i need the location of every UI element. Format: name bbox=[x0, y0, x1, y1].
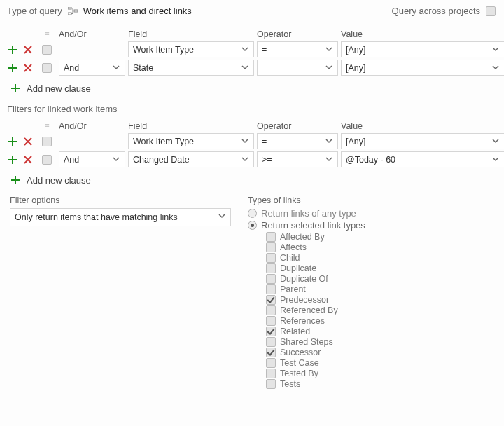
linked-filter-header: ≡ And/Or Field Operator Value bbox=[7, 121, 496, 131]
col-field: Field bbox=[128, 121, 254, 131]
row-select-checkbox[interactable] bbox=[42, 155, 52, 165]
cross-projects-checkbox[interactable] bbox=[486, 6, 496, 16]
link-type-label: Tested By bbox=[280, 369, 318, 378]
link-type-checkbox[interactable] bbox=[266, 284, 276, 294]
value-select[interactable]: [Any] bbox=[341, 60, 504, 76]
reorder-icon: ≡ bbox=[38, 121, 56, 131]
col-field: Field bbox=[128, 29, 254, 39]
link-type-checkbox[interactable] bbox=[266, 379, 276, 389]
link-type-row[interactable]: Successor bbox=[266, 348, 493, 357]
link-type-row[interactable]: Duplicate bbox=[266, 263, 493, 273]
col-value: Value bbox=[341, 121, 504, 131]
link-type-label: Successor bbox=[280, 348, 321, 357]
radio-any-type[interactable]: Return links of any type bbox=[248, 208, 493, 219]
row-select-checkbox[interactable] bbox=[42, 45, 52, 55]
query-header: Type of query Work items and direct link… bbox=[7, 6, 496, 22]
radio-any-label: Return links of any type bbox=[261, 208, 356, 219]
add-clause-linked[interactable]: Add new clause bbox=[10, 174, 496, 186]
svg-rect-0 bbox=[68, 7, 71, 9]
link-type-checkbox[interactable] bbox=[266, 263, 276, 273]
value-select[interactable]: @Today - 60 bbox=[341, 151, 504, 167]
value-select[interactable]: [Any] bbox=[341, 41, 504, 57]
link-type-checkbox[interactable] bbox=[266, 305, 276, 315]
linked-filter-row: Work Item Type=[Any] bbox=[7, 133, 496, 149]
link-type-row[interactable]: Referenced By bbox=[266, 305, 493, 315]
chevron-down-icon bbox=[491, 45, 501, 55]
link-type-row[interactable]: Tested By bbox=[266, 369, 493, 378]
link-type-row[interactable]: Affects bbox=[266, 242, 493, 252]
remove-clause-button[interactable] bbox=[22, 62, 34, 74]
col-andor: And/Or bbox=[59, 121, 125, 131]
link-type-label: Duplicate bbox=[280, 263, 316, 273]
link-type-row[interactable]: Shared Steps bbox=[266, 337, 493, 347]
linked-section-title: Filters for linked work items bbox=[7, 104, 496, 114]
main-filter-row: Work Item Type=[Any] bbox=[7, 41, 496, 57]
insert-clause-button[interactable] bbox=[7, 62, 18, 74]
insert-clause-button[interactable] bbox=[7, 154, 18, 165]
operator-select[interactable]: >= bbox=[257, 151, 338, 167]
link-type-checkbox[interactable] bbox=[266, 348, 276, 357]
link-type-checkbox[interactable] bbox=[266, 253, 276, 263]
link-type-checkbox[interactable] bbox=[266, 369, 276, 378]
link-type-label: Affects bbox=[280, 242, 307, 252]
chevron-down-icon bbox=[112, 63, 122, 73]
col-value: Value bbox=[341, 29, 504, 39]
radio-icon bbox=[248, 221, 257, 230]
row-select-checkbox[interactable] bbox=[42, 63, 52, 73]
field-select[interactable]: Work Item Type bbox=[128, 133, 254, 149]
link-type-row[interactable]: References bbox=[266, 316, 493, 326]
link-type-row[interactable]: Parent bbox=[266, 284, 493, 294]
add-clause-label: Add new clause bbox=[27, 175, 91, 186]
reorder-icon: ≡ bbox=[38, 29, 56, 39]
link-type-label: Related bbox=[280, 327, 310, 336]
add-clause-label: Add new clause bbox=[27, 83, 91, 94]
link-type-checkbox[interactable] bbox=[266, 295, 276, 305]
link-type-checkbox[interactable] bbox=[266, 358, 276, 368]
andor-select[interactable]: And bbox=[59, 60, 125, 76]
link-type-checkbox[interactable] bbox=[266, 337, 276, 347]
link-type-label: Shared Steps bbox=[280, 337, 333, 347]
chevron-down-icon bbox=[491, 63, 501, 73]
link-type-checkbox[interactable] bbox=[266, 232, 276, 242]
link-type-row[interactable]: Related bbox=[266, 327, 493, 336]
filter-options-value: Only return items that have matching lin… bbox=[15, 212, 178, 222]
link-type-row[interactable]: Test Case bbox=[266, 358, 493, 368]
field-select[interactable]: Work Item Type bbox=[128, 41, 254, 57]
col-operator: Operator bbox=[257, 29, 338, 39]
field-select[interactable]: Changed Date bbox=[128, 151, 254, 167]
link-type-label: Duplicate Of bbox=[280, 274, 328, 284]
link-type-row[interactable]: Predecessor bbox=[266, 295, 493, 305]
link-type-row[interactable]: Affected By bbox=[266, 232, 493, 242]
filter-options-select[interactable]: Only return items that have matching lin… bbox=[10, 208, 231, 226]
svg-rect-1 bbox=[68, 13, 71, 15]
insert-clause-button[interactable] bbox=[7, 44, 18, 55]
field-select[interactable]: State bbox=[128, 60, 254, 76]
link-type-label: Affected By bbox=[280, 232, 325, 242]
operator-select[interactable]: = bbox=[257, 60, 338, 76]
link-type-row[interactable]: Duplicate Of bbox=[266, 274, 493, 284]
linked-filter-row: AndChanged Date>=@Today - 60 bbox=[7, 151, 496, 167]
remove-clause-button[interactable] bbox=[22, 44, 34, 55]
operator-select[interactable]: = bbox=[257, 133, 338, 149]
chevron-down-icon bbox=[491, 137, 501, 146]
insert-clause-button[interactable] bbox=[7, 136, 18, 147]
value-select[interactable]: [Any] bbox=[341, 133, 504, 149]
radio-selected-types[interactable]: Return selected link types bbox=[248, 220, 493, 231]
link-type-row[interactable]: Child bbox=[266, 253, 493, 263]
row-select-checkbox[interactable] bbox=[42, 137, 52, 146]
query-type-icon bbox=[68, 7, 78, 15]
chevron-down-icon bbox=[325, 63, 335, 73]
link-type-checkbox[interactable] bbox=[266, 316, 276, 326]
remove-clause-button[interactable] bbox=[22, 154, 34, 165]
chevron-down-icon bbox=[241, 137, 251, 146]
link-type-checkbox[interactable] bbox=[266, 274, 276, 284]
link-type-checkbox[interactable] bbox=[266, 327, 276, 336]
link-type-checkbox[interactable] bbox=[266, 242, 276, 252]
andor-select[interactable]: And bbox=[59, 151, 125, 167]
filter-options-label: Filter options bbox=[10, 195, 231, 205]
add-clause-main[interactable]: Add new clause bbox=[10, 83, 496, 94]
chevron-down-icon bbox=[491, 155, 501, 165]
operator-select[interactable]: = bbox=[257, 41, 338, 57]
link-type-row[interactable]: Tests bbox=[266, 379, 493, 389]
remove-clause-button[interactable] bbox=[22, 136, 34, 147]
